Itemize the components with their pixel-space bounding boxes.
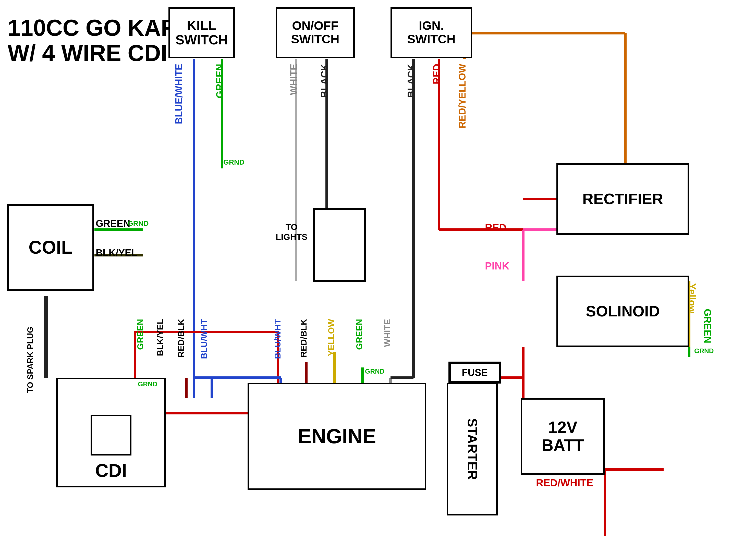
wiring-diagram: 110CC GO KARTW/ 4 WIRE CDI (0, 0, 756, 554)
wire-label-red-yellow: RED/YELLOW (457, 64, 468, 128)
wire-label-blue-white: BLUE/WHITE (173, 64, 184, 124)
wire-label-rect-red: RED (485, 222, 506, 233)
wire-label-eng-yellow: YELLOW (326, 319, 336, 356)
grnd-kill-switch: GRND (223, 158, 244, 166)
wire-label-eng-white: WHITE (382, 319, 392, 347)
svg-rect-5 (314, 209, 365, 281)
wire-label-eng-green: GREEN (354, 319, 364, 350)
solinoid-box: SOLINOID (556, 276, 689, 347)
wire-label-cdi-red-blk: RED/BLK (176, 319, 186, 357)
wire-label-green-kill: GREEN (214, 64, 225, 98)
wire-label-to-lights: TOLIGHTS (276, 222, 308, 242)
wire-label-white: WHITE (288, 64, 300, 95)
wire-label-eng-red-blk: RED/BLK (299, 319, 309, 357)
battery-box: 12VBATT (521, 398, 605, 475)
wire-label-sol-green: GREEN (702, 309, 713, 343)
wire-label-red-ign: RED (431, 64, 442, 84)
onoff-switch-box: ON/OFFSWITCH (276, 7, 355, 58)
ign-switch-box: IGN.SWITCH (390, 7, 472, 58)
grnd-cdi: GRND (138, 380, 158, 388)
wire-label-batt-red-white: RED/WHITE (536, 477, 593, 489)
wire-label-spark-plug: TO SPARK PLUG (25, 327, 35, 393)
fuse-box: FUSE (449, 363, 500, 383)
wire-label-rect-pink: PINK (485, 260, 509, 272)
wire-label-sol-yellow: Yellow (687, 283, 698, 313)
wire-label-coil-blk-yel: BLK/YEL (96, 247, 137, 259)
grnd-solinoid: GRND (694, 347, 714, 355)
grnd-engine: GRND (365, 368, 385, 375)
rectifier-box: RECTIFIER (556, 163, 689, 235)
cdi-box: CDI (56, 378, 166, 487)
kill-switch-box: KILLSWITCH (168, 7, 235, 58)
grnd-coil: GRND (127, 219, 149, 228)
wire-label-black-onoff: BLACK (319, 64, 330, 98)
wire-label-cdi-blk-yel: BLK/YEL (155, 319, 165, 356)
wire-label-eng-blu-wht: BLU/WHT (273, 319, 282, 359)
wire-label-black-ign: BLACK (406, 64, 417, 98)
starter-box: STARTER (447, 383, 498, 515)
wire-label-coil-green: GREEN (96, 218, 130, 229)
diagram-title: 110CC GO KARTW/ 4 WIRE CDI (8, 15, 192, 66)
coil-box: COIL (7, 204, 94, 291)
wire-label-cdi-blu-wht: BLU/WHT (199, 319, 209, 359)
wire-label-cdi-green: GREEN (135, 319, 145, 350)
engine-box: ENGINE (248, 383, 426, 490)
